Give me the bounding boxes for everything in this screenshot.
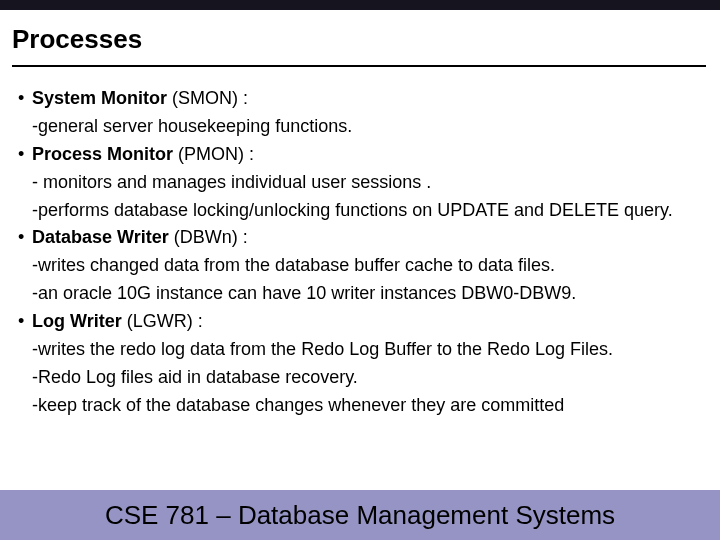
footer-bar: CSE 781 – Database Management Systems (0, 490, 720, 540)
body-content: • System Monitor (SMON) : -general serve… (0, 67, 720, 420)
item-line: -writes changed data from the database b… (18, 252, 702, 280)
item-line: -keep track of the database changes when… (18, 392, 702, 420)
item-line: -Redo Log files aid in database recovery… (18, 364, 702, 392)
item-head-rest: (LGWR) : (122, 311, 203, 331)
list-item: • System Monitor (SMON) : (18, 85, 702, 113)
item-head-bold: Log Writer (32, 311, 122, 331)
bullet-dot: • (18, 141, 32, 169)
item-line: - monitors and manages individual user s… (18, 169, 702, 197)
top-accent-bar (0, 0, 720, 10)
item-head-bold: Database Writer (32, 227, 169, 247)
list-item: • Log Writer (LGWR) : (18, 308, 702, 336)
title-block: Processes (0, 10, 720, 67)
item-line: -performs database locking/unlocking fun… (18, 197, 702, 225)
list-item: • Process Monitor (PMON) : (18, 141, 702, 169)
item-head-rest: (SMON) : (167, 88, 248, 108)
slide-title: Processes (12, 24, 708, 55)
item-head-rest: (DBWn) : (169, 227, 248, 247)
item-line: -writes the redo log data from the Redo … (18, 336, 702, 364)
bullet-dot: • (18, 224, 32, 252)
footer-text: CSE 781 – Database Management Systems (105, 500, 615, 531)
item-head-bold: System Monitor (32, 88, 167, 108)
item-head-rest: (PMON) : (173, 144, 254, 164)
bullet-dot: • (18, 308, 32, 336)
list-item: • Database Writer (DBWn) : (18, 224, 702, 252)
slide: Processes • System Monitor (SMON) : -gen… (0, 0, 720, 540)
item-line: -an oracle 10G instance can have 10 writ… (18, 280, 702, 308)
bullet-dot: • (18, 85, 32, 113)
item-head-bold: Process Monitor (32, 144, 173, 164)
item-line: -general server housekeeping functions. (18, 113, 702, 141)
